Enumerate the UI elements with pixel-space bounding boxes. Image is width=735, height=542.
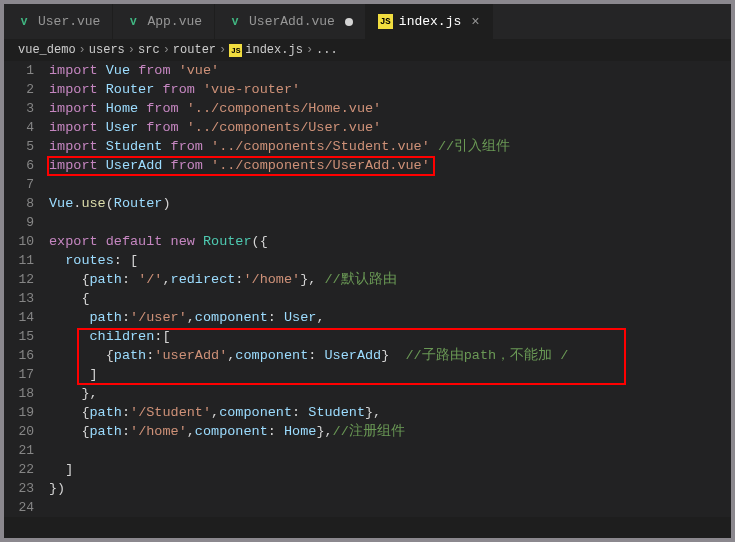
tab-label: User.vue	[38, 14, 100, 29]
chevron-right-icon: ›	[128, 43, 135, 57]
chevron-right-icon: ›	[306, 43, 313, 57]
code-editor[interactable]: 1234 5678 9101112 13141516 17181920 2122…	[4, 61, 731, 517]
breadcrumb: vue_demo› users› src› router› JS index.j…	[4, 39, 731, 61]
vue-icon: V	[125, 14, 141, 30]
vue-icon: V	[16, 14, 32, 30]
modified-dot-icon	[345, 18, 353, 26]
code-content[interactable]: import Vue from 'vue' import Router from…	[49, 61, 731, 517]
chevron-right-icon: ›	[79, 43, 86, 57]
tab-label: index.js	[399, 14, 461, 29]
line-gutter: 1234 5678 9101112 13141516 17181920 2122…	[4, 61, 49, 517]
editor-tabs: V User.vue V App.vue V UserAdd.vue JS in…	[4, 4, 731, 39]
breadcrumb-item[interactable]: src	[138, 43, 160, 57]
breadcrumb-item[interactable]: index.js	[245, 43, 303, 57]
breadcrumb-item[interactable]: ...	[316, 43, 338, 57]
breadcrumb-item[interactable]: router	[173, 43, 216, 57]
tab-label: UserAdd.vue	[249, 14, 335, 29]
tab-index-js[interactable]: JS index.js ×	[366, 4, 493, 39]
breadcrumb-item[interactable]: users	[89, 43, 125, 57]
vue-icon: V	[227, 14, 243, 30]
breadcrumb-item[interactable]: vue_demo	[18, 43, 76, 57]
close-icon[interactable]: ×	[471, 14, 479, 30]
tab-app-vue[interactable]: V App.vue	[113, 4, 215, 39]
tab-label: App.vue	[147, 14, 202, 29]
chevron-right-icon: ›	[163, 43, 170, 57]
tab-useradd-vue[interactable]: V UserAdd.vue	[215, 4, 366, 39]
js-icon: JS	[229, 44, 242, 57]
js-icon: JS	[378, 14, 393, 29]
chevron-right-icon: ›	[219, 43, 226, 57]
tab-user-vue[interactable]: V User.vue	[4, 4, 113, 39]
